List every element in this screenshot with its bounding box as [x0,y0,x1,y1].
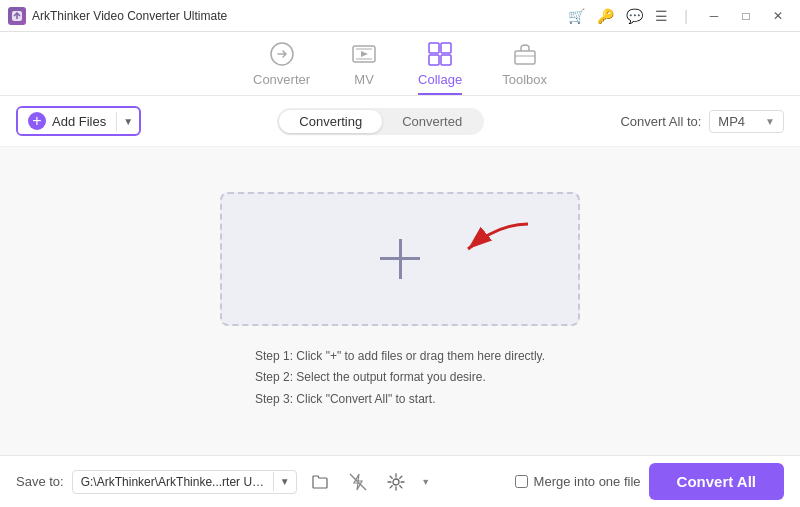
add-files-label: Add Files [52,114,106,129]
maximize-btn[interactable]: □ [732,6,760,26]
merge-checkbox[interactable] [515,475,528,488]
svg-rect-6 [441,55,451,65]
svg-rect-4 [441,43,451,53]
merge-checkbox-container: Merge into one file [515,474,641,489]
convert-all-button[interactable]: Convert All [649,463,784,500]
tab-converter[interactable]: Converter [253,40,310,95]
app-icon [8,7,26,25]
minimize-btn[interactable]: ─ [700,6,728,26]
convert-all-to-label: Convert All to: [620,114,701,129]
tab-mv[interactable]: MV [350,40,378,95]
main-content: Step 1: Click "+" to add files or drag t… [0,147,800,455]
add-files-button[interactable]: + Add Files ▼ [16,106,141,136]
add-files-main: + Add Files [18,108,116,134]
tab-collage-label: Collage [418,72,462,87]
chat-icon[interactable]: 💬 [622,8,647,24]
settings-icon-btn[interactable] [381,467,411,497]
svg-point-10 [393,479,399,485]
add-plus-icon: + [28,112,46,130]
path-select[interactable]: G:\ArkThinker\ArkThinke...rter Ultimate\… [72,470,297,494]
format-select[interactable]: MP4 ▼ [709,110,784,133]
svg-rect-3 [429,43,439,53]
settings-dropdown-btn[interactable]: ▼ [411,467,441,497]
folder-icon-btn[interactable] [305,467,335,497]
title-bar-left: ArkThinker Video Converter Ultimate [8,7,227,25]
bottom-bar: Save to: G:\ArkThinker\ArkThinke...rter … [0,455,800,507]
tab-converter-label: Converter [253,72,310,87]
collage-icon [426,40,454,68]
app-title: ArkThinker Video Converter Ultimate [32,9,227,23]
selected-format: MP4 [718,114,745,129]
drop-zone[interactable] [220,192,580,326]
convert-all-to: Convert All to: MP4 ▼ [620,110,784,133]
sub-tab-converted[interactable]: Converted [382,110,482,133]
sub-tab-converting[interactable]: Converting [279,110,382,133]
format-dropdown-arrow: ▼ [765,116,775,127]
lightning-off-icon-btn[interactable] [343,467,373,497]
plus-crosshair-icon [375,234,425,284]
tab-toolbox-label: Toolbox [502,72,547,87]
step3-text: Step 3: Click "Convert All" to start. [255,389,545,411]
step1-text: Step 1: Click "+" to add files or drag t… [255,346,545,368]
step2-text: Step 2: Select the output format you des… [255,367,545,389]
merge-label[interactable]: Merge into one file [534,474,641,489]
save-to-label: Save to: [16,474,64,489]
path-dropdown-btn[interactable]: ▼ [273,472,296,491]
cart-icon[interactable]: 🛒 [564,8,589,24]
arrow-graphic [438,214,538,278]
converter-icon [268,40,296,68]
mv-icon [350,40,378,68]
title-bar-controls: 🛒 🔑 💬 ☰ | ─ □ ✕ [564,6,792,26]
add-files-dropdown-arrow[interactable]: ▼ [116,112,139,131]
sub-tabs: Converting Converted [277,108,484,135]
svg-rect-5 [429,55,439,65]
tab-toolbox[interactable]: Toolbox [502,40,547,95]
toolbar: + Add Files ▼ Converting Converted Conve… [0,96,800,147]
nav-tabs: Converter MV Collage [0,32,800,96]
key-icon[interactable]: 🔑 [593,8,618,24]
tab-collage[interactable]: Collage [418,40,462,95]
toolbox-icon [511,40,539,68]
title-bar: ArkThinker Video Converter Ultimate 🛒 🔑 … [0,0,800,32]
menu-icon[interactable]: ☰ [651,8,672,24]
save-path-text: G:\ArkThinker\ArkThinke...rter Ultimate\… [73,471,273,493]
svg-rect-7 [515,51,535,64]
steps-instructions: Step 1: Click "+" to add files or drag t… [255,346,545,411]
close-btn[interactable]: ✕ [764,6,792,26]
tab-mv-label: MV [354,72,374,87]
